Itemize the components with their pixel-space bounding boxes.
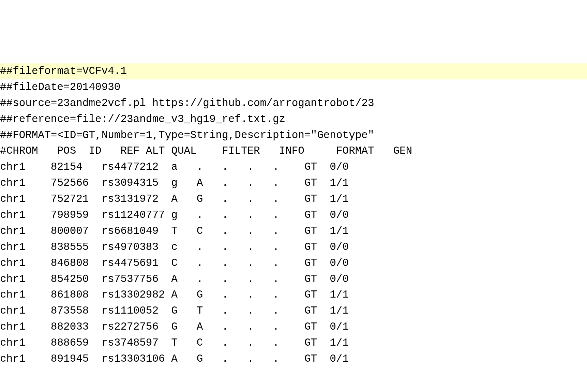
- data-row: chr1 873558 rs1110052 G T . . . GT 1/1: [0, 303, 587, 319]
- vcf-file-content: ##fileformat=VCFv4.1##fileDate=20140930#…: [0, 63, 587, 367]
- data-row: chr1 752566 rs3094315 g A . . . GT 1/1: [0, 175, 587, 191]
- data-row: chr1 891945 rs13303106 A G . . . GT 0/1: [0, 351, 587, 367]
- data-row: chr1 798959 rs11240777 g . . . . GT 0/0: [0, 207, 587, 223]
- header-fileformat: ##fileformat=VCFv4.1: [0, 63, 587, 79]
- data-row: chr1 800007 rs6681049 T C . . . GT 1/1: [0, 223, 587, 239]
- header-source: ##source=23andme2vcf.pl https://github.c…: [0, 95, 587, 111]
- data-row: chr1 882033 rs2272756 G A . . . GT 0/1: [0, 319, 587, 335]
- data-row: chr1 888659 rs3748597 T C . . . GT 1/1: [0, 335, 587, 351]
- header-reference: ##reference=file://23andme_v3_hg19_ref.t…: [0, 111, 587, 127]
- data-row: chr1 846808 rs4475691 C . . . . GT 0/0: [0, 255, 587, 271]
- header-filedate: ##fileDate=20140930: [0, 79, 587, 95]
- data-row: chr1 861808 rs13302982 A G . . . GT 1/1: [0, 287, 587, 303]
- data-row: chr1 82154 rs4477212 a . . . . GT 0/0: [0, 159, 587, 175]
- data-row: chr1 854250 rs7537756 A . . . . GT 0/0: [0, 271, 587, 287]
- header-format: ##FORMAT=<ID=GT,Number=1,Type=String,Des…: [0, 127, 587, 144]
- data-row: chr1 838555 rs4970383 c . . . . GT 0/0: [0, 239, 587, 255]
- column-header-line: #CHROM POS ID REF ALT QUAL FILTER INFO F…: [0, 143, 587, 159]
- data-row: chr1 752721 rs3131972 A G . . . GT 1/1: [0, 191, 587, 207]
